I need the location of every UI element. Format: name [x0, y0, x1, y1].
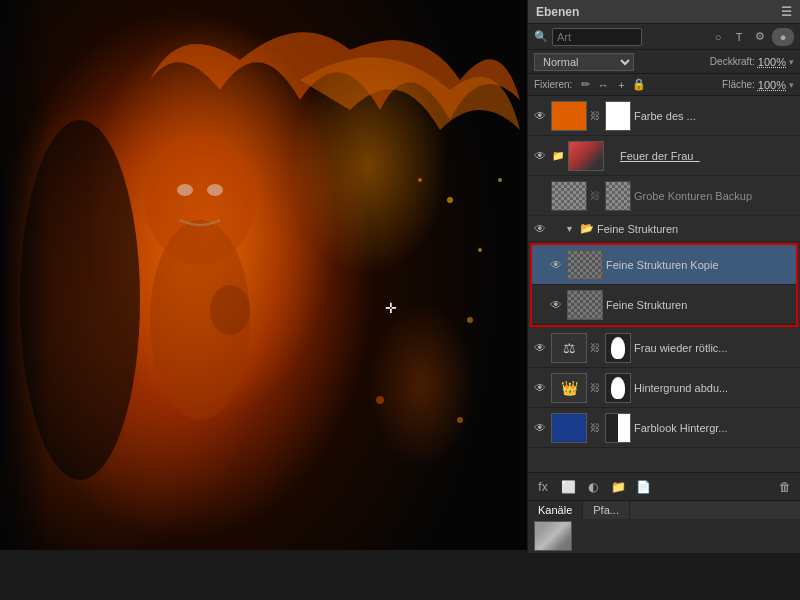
- highlighted-group-feine: 👁 Feine Strukturen Kopie 👁 Feine Struktu…: [530, 243, 798, 327]
- filter-gear-icon[interactable]: ⚙: [751, 28, 769, 46]
- svg-point-11: [207, 184, 223, 196]
- layer-mask-farbe: [605, 101, 631, 131]
- layer-item-farbe[interactable]: 👁 ⛓ Farbe des ...: [528, 96, 800, 136]
- layer-chain-farblook: ⛓: [590, 423, 600, 433]
- layer-chain-feuer: [607, 151, 617, 161]
- layer-eye-feine-kopie[interactable]: 👁: [548, 257, 564, 273]
- svg-point-0: [20, 120, 140, 480]
- group-folder-icon: 📂: [580, 222, 594, 235]
- fix-pen-icon[interactable]: ✏: [578, 78, 592, 92]
- panel-header: Ebenen ☰: [528, 0, 800, 24]
- opacity-label: Deckkraft:: [710, 56, 755, 67]
- layer-name-grobe: Grobe Konturen Backup: [634, 190, 796, 202]
- group-arrow-feine: ▼: [565, 224, 574, 234]
- filter-toggle[interactable]: ●: [772, 28, 794, 46]
- flaeche-row: Fläche: 100% ▾: [722, 79, 794, 91]
- fix-bar: Fixieren: ✏ ↔ + 🔒 Fläche: 100% ▾: [528, 74, 800, 96]
- layer-eye-hintergrund[interactable]: 👁: [532, 380, 548, 396]
- svg-point-9: [457, 417, 463, 423]
- layer-thumb-hintergrund: 👑: [551, 373, 587, 403]
- new-group-btn[interactable]: 📁: [607, 477, 629, 497]
- layer-name-farbe: Farbe des ...: [634, 110, 796, 122]
- fix-label: Fixieren:: [534, 79, 572, 90]
- layer-chain-grobe: ⛓: [590, 191, 600, 201]
- delete-layer-btn[interactable]: 🗑: [774, 477, 796, 497]
- opacity-row: Deckkraft: 100% ▾: [710, 56, 794, 68]
- svg-point-4: [478, 248, 482, 252]
- panel-title: Ebenen: [536, 5, 777, 19]
- layer-name-hintergrund: Hintergrund abdu...: [634, 382, 796, 394]
- filter-type-icon[interactable]: T: [730, 28, 748, 46]
- layer-thumb-feine: [567, 290, 603, 320]
- svg-point-7: [498, 178, 502, 182]
- layer-eye-feine-group[interactable]: 👁: [532, 221, 548, 237]
- layer-item-feine[interactable]: 👁 Feine Strukturen: [532, 285, 796, 325]
- filter-circle-icon[interactable]: ○: [709, 28, 727, 46]
- layer-eye-farbe[interactable]: 👁: [532, 108, 548, 124]
- layer-thumb-frau: ⚖: [551, 333, 587, 363]
- layer-mask-hintergrund: [605, 373, 631, 403]
- add-style-btn[interactable]: fx: [532, 477, 554, 497]
- layer-thumb-feuer: [568, 141, 604, 171]
- layer-item-grobe[interactable]: 👁 ⛓ Grobe Konturen Backup: [528, 176, 800, 216]
- layer-name-feine: Feine Strukturen: [606, 299, 792, 311]
- new-layer-btn[interactable]: 📄: [632, 477, 654, 497]
- layer-eye-feuer[interactable]: 👁: [532, 148, 548, 164]
- panel-menu-icon[interactable]: ☰: [781, 5, 792, 19]
- flaeche-label: Fläche:: [722, 79, 755, 90]
- canvas-image[interactable]: ✛: [0, 0, 527, 550]
- layer-thumb-farblook: [551, 413, 587, 443]
- svg-point-3: [447, 197, 453, 203]
- layer-eye-frau[interactable]: 👁: [532, 340, 548, 356]
- fix-art-icon[interactable]: +: [614, 78, 628, 92]
- layer-item-hintergrund[interactable]: 👁 👑 ⛓ Hintergrund abdu...: [528, 368, 800, 408]
- layer-thumb-farbe: [551, 101, 587, 131]
- fix-move-icon[interactable]: ↔: [596, 78, 610, 92]
- layer-name-frau: Frau wieder rötlic...: [634, 342, 796, 354]
- bottom-thumb-area: [528, 519, 800, 553]
- layer-thumb-feine-kopie: [567, 250, 603, 280]
- layer-chain-frau: ⛓: [590, 343, 600, 353]
- blend-mode-select[interactable]: Normal: [534, 53, 634, 71]
- blend-mode-bar: Normal Deckkraft: 100% ▾: [528, 50, 800, 74]
- layer-eye-grobe[interactable]: 👁: [532, 188, 548, 204]
- layer-item-feine-kopie[interactable]: 👁 Feine Strukturen Kopie: [532, 245, 796, 285]
- layer-thumb-grobe: [551, 181, 587, 211]
- layer-name-feine-kopie: Feine Strukturen Kopie: [606, 259, 792, 271]
- fix-lock-icon[interactable]: 🔒: [632, 78, 646, 92]
- flaeche-value[interactable]: 100%: [758, 79, 786, 91]
- layer-chain-hintergrund: ⛓: [590, 383, 600, 393]
- opacity-arrow[interactable]: ▾: [789, 57, 794, 67]
- bottom-tabs-area: Kanäle Pfa...: [528, 500, 800, 550]
- layers-list[interactable]: 👁 ⛓ Farbe des ... 👁 📁: [528, 96, 800, 472]
- layer-mask-farblook: [605, 413, 631, 443]
- layer-item-farblook[interactable]: 👁 ⛓ Farblook Hintergr...: [528, 408, 800, 448]
- layer-group-feine[interactable]: 👁 ▼ 📂 Feine Strukturen: [528, 216, 800, 242]
- add-mask-btn[interactable]: ⬜: [557, 477, 579, 497]
- layer-eye-feine[interactable]: 👁: [548, 297, 564, 313]
- layer-eye-farblook[interactable]: 👁: [532, 420, 548, 436]
- fix-icons-group: ✏ ↔ + 🔒: [578, 78, 646, 92]
- layer-item-frau[interactable]: 👁 ⚖ ⛓ Frau wieder rötlic...: [528, 328, 800, 368]
- layer-name-farblook: Farblook Hintergr...: [634, 422, 796, 434]
- tab-pfade[interactable]: Pfa...: [583, 501, 630, 519]
- group-name-feine: Feine Strukturen: [597, 223, 678, 235]
- filter-icons: ○ T ⚙ ●: [709, 28, 794, 46]
- layer-mask-grobe: [605, 181, 631, 211]
- channel-thumb[interactable]: [534, 521, 572, 551]
- bottom-tabs-bar: Kanäle Pfa...: [528, 501, 800, 519]
- layer-chain-farbe: ⛓: [590, 111, 600, 121]
- flaeche-arrow[interactable]: ▾: [789, 80, 794, 90]
- adjustments-btn[interactable]: ◐: [582, 477, 604, 497]
- search-icon: 🔍: [534, 30, 548, 43]
- main-layout: ✛ 25% ▾ Ebenen ☰ 🔍 ○ T ⚙ ●: [0, 0, 800, 600]
- canvas-artwork: [0, 0, 527, 550]
- layer-search-input[interactable]: [552, 28, 642, 46]
- layers-panel: Ebenen ☰ 🔍 ○ T ⚙ ● Normal: [527, 0, 800, 550]
- svg-point-8: [376, 396, 384, 404]
- tab-kanale[interactable]: Kanäle: [528, 501, 583, 519]
- layer-item-feuer[interactable]: 👁 📁 Feuer der Frau_: [528, 136, 800, 176]
- opacity-value[interactable]: 100%: [758, 56, 786, 68]
- svg-point-10: [177, 184, 193, 196]
- svg-point-12: [210, 285, 250, 335]
